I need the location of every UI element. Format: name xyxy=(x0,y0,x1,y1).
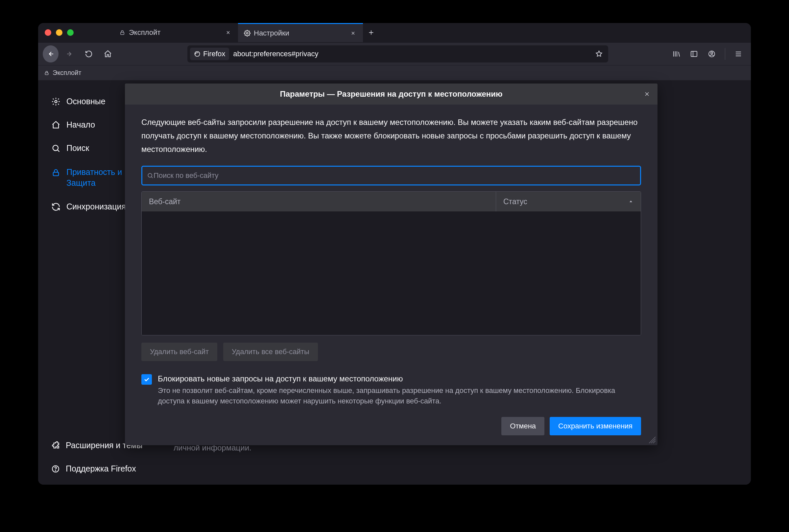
dialog-title: Параметры — Разрешения на доступ к место… xyxy=(280,90,502,99)
account-button[interactable] xyxy=(704,46,720,62)
dialog-body: Следующие веб-сайты запросили разрешение… xyxy=(125,104,657,445)
sidebar-item-label: Приватность и xyxy=(66,167,122,177)
window-close-button[interactable] xyxy=(45,29,51,36)
table-body xyxy=(142,211,641,335)
permissions-table: Веб-сайт Статус xyxy=(141,191,641,335)
site-search-input[interactable] xyxy=(154,171,635,180)
dialog-description: Следующие веб-сайты запросили разрешение… xyxy=(141,116,641,156)
save-changes-button[interactable]: Сохранить изменения xyxy=(550,417,641,435)
bookmarks-toolbar: Эксплойт xyxy=(38,65,751,80)
identity-box[interactable]: Firefox xyxy=(190,48,229,60)
navbar: Firefox about:preferences#privacy xyxy=(38,43,751,65)
gear-icon xyxy=(244,30,251,37)
sidebar-item-label: Поддержка Firefox xyxy=(66,464,136,474)
remove-buttons-row: Удалить веб-сайт Удалить все веб-сайты xyxy=(141,343,641,361)
window-minimize-button[interactable] xyxy=(56,29,62,36)
block-new-row: Блокировать новые запросы на доступ к ва… xyxy=(141,374,641,406)
dialog-footer: Отмена Сохранить изменения xyxy=(141,417,641,438)
tab-close-button[interactable] xyxy=(224,28,232,37)
app-menu-button[interactable] xyxy=(730,46,746,62)
svg-rect-3 xyxy=(691,51,697,57)
remove-all-sites-button[interactable]: Удалить все веб-сайты xyxy=(223,343,318,361)
sidebar-item-label: Поиск xyxy=(66,144,89,153)
sidebar-item-label: Синхронизация xyxy=(66,202,126,211)
search-icon xyxy=(51,144,60,153)
lock-icon xyxy=(119,29,126,36)
svg-rect-9 xyxy=(53,172,59,176)
sidebar-item-label: Начало xyxy=(66,120,95,130)
firefox-icon xyxy=(194,51,200,57)
resize-grip[interactable] xyxy=(649,437,656,443)
help-icon xyxy=(51,464,60,473)
remove-site-button[interactable]: Удалить веб-сайт xyxy=(141,343,217,361)
column-header-status[interactable]: Статус xyxy=(496,192,641,211)
dialog-header: Параметры — Разрешения на доступ к место… xyxy=(125,83,657,104)
block-new-label: Блокировать новые запросы на доступ к ва… xyxy=(158,374,618,383)
identity-label: Firefox xyxy=(203,50,225,58)
search-icon xyxy=(147,172,154,179)
tab-exploit[interactable]: Эксплойт xyxy=(113,23,238,42)
tab-settings[interactable]: Настройки xyxy=(238,23,363,42)
library-button[interactable] xyxy=(668,46,684,62)
svg-point-12 xyxy=(148,174,152,177)
search-field-wrap xyxy=(141,166,641,186)
nav-reload-button[interactable] xyxy=(81,46,97,62)
home-icon xyxy=(51,120,60,130)
sidebar-item-label: Защита xyxy=(66,177,122,188)
sort-arrow-up-icon xyxy=(628,199,634,204)
sync-icon xyxy=(51,202,60,211)
window-maximize-button[interactable] xyxy=(67,29,74,36)
lock-icon xyxy=(44,70,49,76)
dialog-close-button[interactable] xyxy=(642,89,652,99)
cancel-button[interactable]: Отмена xyxy=(501,417,544,435)
column-header-site[interactable]: Веб-сайт xyxy=(142,192,496,211)
permissions-dialog: Параметры — Разрешения на доступ к место… xyxy=(125,83,657,445)
gear-icon xyxy=(51,97,60,106)
tab-label: Настройки xyxy=(254,29,289,37)
content: Основные Начало Поиск Приватность и Защи… xyxy=(38,80,751,484)
svg-point-7 xyxy=(55,100,57,102)
sidebar-item-support[interactable]: Поддержка Firefox xyxy=(51,461,146,477)
sidebar-toggle-button[interactable] xyxy=(686,46,702,62)
puzzle-icon xyxy=(51,441,60,450)
table-header: Веб-сайт Статус xyxy=(142,192,641,211)
nav-forward-button[interactable] xyxy=(62,46,78,62)
svg-point-8 xyxy=(53,145,58,150)
url-text: about:preferences#privacy xyxy=(233,50,318,58)
svg-point-1 xyxy=(247,32,248,34)
nav-home-button[interactable] xyxy=(100,46,116,62)
tab-strip: Эксплойт Настройки xyxy=(113,23,379,42)
svg-point-11 xyxy=(55,470,56,471)
lock-icon xyxy=(51,168,60,177)
svg-rect-6 xyxy=(45,73,48,75)
toolbar-right xyxy=(668,46,746,62)
browser-window: Эксплойт Настройки xyxy=(38,23,751,484)
urlbar[interactable]: Firefox about:preferences#privacy xyxy=(187,45,608,62)
svg-rect-0 xyxy=(121,32,124,35)
bookmark-star-button[interactable] xyxy=(592,50,605,58)
traffic-lights xyxy=(38,29,80,36)
bookmark-item[interactable]: Эксплойт xyxy=(53,69,81,77)
svg-point-5 xyxy=(711,52,713,54)
new-tab-button[interactable] xyxy=(363,23,379,42)
block-new-description: Это не позволит веб-сайтам, кроме перечи… xyxy=(158,385,618,406)
tab-label: Эксплойт xyxy=(129,28,160,37)
tab-close-button[interactable] xyxy=(349,29,357,37)
sidebar-item-label: Основные xyxy=(66,97,105,106)
toolbar-divider xyxy=(725,48,725,60)
block-new-checkbox[interactable] xyxy=(141,374,152,385)
titlebar: Эксплойт Настройки xyxy=(38,23,751,43)
nav-back-button[interactable] xyxy=(43,46,59,62)
